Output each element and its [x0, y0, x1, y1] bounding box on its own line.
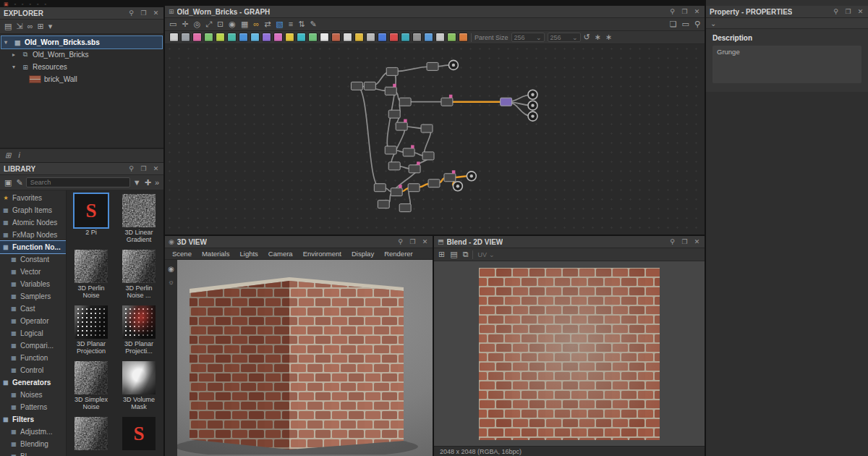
close-icon[interactable]: ✕: [152, 165, 160, 172]
library-item-3d-planar-projecti[interactable]: 3D Planar Projecti...: [119, 305, 159, 355]
node-shortcut-icon-18[interactable]: [378, 33, 387, 42]
preset-a-icon[interactable]: ∗: [595, 33, 601, 41]
node-shortcut-icon-19[interactable]: [389, 33, 399, 42]
library-category-vector[interactable]: ▦Vector: [0, 266, 66, 278]
graph-node[interactable]: [441, 95, 453, 106]
new-package-icon[interactable]: ▫: [14, 1, 16, 7]
graph-node[interactable]: [403, 145, 414, 156]
node-shortcut-icon-25[interactable]: [459, 33, 468, 42]
library-category-control[interactable]: ▦Control: [0, 364, 66, 376]
graph-output-node[interactable]: [528, 101, 537, 110]
tree-item-resources[interactable]: ▾⊞Resources: [1, 61, 162, 73]
library-category-atomic-nodes[interactable]: ▦Atomic Nodes: [0, 216, 66, 229]
graph-canvas[interactable]: [165, 44, 705, 235]
graph-node[interactable]: [427, 62, 438, 70]
edit-filter-icon[interactable]: ✎: [16, 179, 22, 187]
library-item-3d-linear-gradient[interactable]: 3D Linear Gradient: [119, 194, 159, 244]
node-shortcut-icon-4[interactable]: [216, 33, 225, 42]
graph-output-node[interactable]: [467, 172, 476, 181]
save-image-icon[interactable]: ▤: [450, 250, 457, 258]
save-all-icon[interactable]: ▫: [30, 1, 31, 7]
camera-icon[interactable]: ◉: [168, 266, 174, 273]
library-category-blending[interactable]: ▦Blending: [0, 438, 66, 450]
library-item-3d-planar-projection[interactable]: 3D Planar Projection: [71, 305, 111, 355]
node-shortcut-icon-3[interactable]: [204, 33, 213, 42]
tree-item-old-worn-bricks[interactable]: ▸⧉Old_Worn_Bricks: [1, 48, 162, 61]
library-category-adjustm[interactable]: ▦Adjustm...: [0, 426, 66, 438]
library-category-compari[interactable]: ▦Compari...: [0, 339, 66, 352]
library-item-2-pi[interactable]: S2 Pi: [71, 194, 111, 244]
new-resource-icon[interactable]: ⊞: [37, 22, 43, 30]
focus-node-icon[interactable]: ◉: [229, 20, 236, 28]
library-item[interactable]: S: [119, 417, 159, 456]
float-icon[interactable]: ❐: [844, 8, 852, 15]
zoom-icon[interactable]: ◎: [194, 20, 201, 28]
graph-node[interactable]: [388, 162, 400, 170]
pin-note-icon[interactable]: ⚲: [694, 20, 700, 28]
library-item-3d-perlin-noise[interactable]: 3D Perlin Noise ...: [119, 250, 159, 300]
library-category-graph-items[interactable]: ▦Graph Items: [0, 204, 66, 216]
properties-collapse-row[interactable]: ⌄: [706, 18, 868, 29]
graph-node[interactable]: [408, 184, 420, 192]
graph-node[interactable]: [501, 98, 512, 106]
menu-lights[interactable]: Lights: [235, 250, 262, 258]
node-shortcut-icon-9[interactable]: [273, 33, 283, 42]
library-category-bl[interactable]: ▦Bl...: [0, 450, 66, 456]
node-shortcut-icon-13[interactable]: [320, 33, 329, 42]
grid-view-icon[interactable]: ⊞: [5, 152, 11, 159]
library-category-constant[interactable]: ▦Constant: [0, 253, 66, 266]
library-item-3d-perlin-noise[interactable]: 3D Perlin Noise: [71, 250, 111, 300]
graph-node[interactable]: [378, 200, 389, 208]
close-icon[interactable]: ✕: [856, 8, 864, 15]
description-field[interactable]: Grunge: [712, 46, 861, 83]
library-view-icon[interactable]: ▣: [4, 179, 12, 187]
graph-output-node[interactable]: [528, 111, 537, 121]
close-icon[interactable]: ✕: [152, 9, 160, 17]
comment-icon[interactable]: ❏: [670, 20, 677, 28]
graph-output-node[interactable]: [453, 182, 462, 191]
library-category-function[interactable]: ▦Function: [0, 352, 66, 364]
save-icon[interactable]: ▤: [4, 22, 12, 30]
library-category-cast[interactable]: ▦Cast: [0, 303, 66, 315]
close-icon[interactable]: ✕: [693, 238, 701, 245]
menu-environment[interactable]: Environment: [299, 250, 346, 258]
node-shortcut-icon-14[interactable]: [331, 33, 341, 42]
close-icon[interactable]: ✕: [421, 238, 429, 245]
graph-output-node[interactable]: [528, 90, 537, 99]
grid-snap-icon[interactable]: ▦: [241, 20, 248, 28]
graph-node[interactable]: [374, 184, 386, 192]
more-dropdown-icon[interactable]: ▾: [48, 22, 53, 30]
node-shortcut-icon-5[interactable]: [227, 33, 237, 42]
graph-node[interactable]: [428, 180, 440, 187]
graph-node[interactable]: [444, 170, 456, 181]
link-create-icon[interactable]: ∞: [253, 20, 259, 28]
node-shortcut-icon-16[interactable]: [354, 33, 364, 42]
reset-size-icon[interactable]: ↺: [584, 33, 590, 41]
close-icon[interactable]: ✕: [693, 8, 701, 15]
node-shortcut-icon-7[interactable]: [250, 33, 260, 42]
fit-view-icon[interactable]: ⤢: [205, 20, 212, 28]
node-shortcut-icon-24[interactable]: [447, 33, 456, 42]
float-icon[interactable]: ❐: [681, 8, 689, 15]
library-item[interactable]: [71, 417, 111, 456]
select-tool-icon[interactable]: ▭: [169, 20, 176, 28]
float-icon[interactable]: ❐: [681, 238, 689, 245]
library-search-input[interactable]: [26, 177, 130, 187]
graph-node[interactable]: [385, 84, 396, 95]
export-image-icon[interactable]: ⊞: [438, 250, 445, 258]
menu-scene[interactable]: Scene: [168, 250, 196, 258]
app-menu-icon[interactable]: ▣: [4, 1, 9, 7]
graph-node[interactable]: [388, 110, 400, 118]
copy-image-icon[interactable]: ⧉: [463, 250, 469, 258]
light-icon[interactable]: ☼: [168, 279, 174, 286]
float-icon[interactable]: ❐: [140, 165, 148, 172]
library-category-variables[interactable]: ▦Variables: [0, 278, 66, 290]
library-category-noises[interactable]: ▦Noises: [0, 389, 66, 401]
graph-node[interactable]: [399, 98, 411, 106]
view2d-viewport[interactable]: [434, 261, 705, 446]
node-shortcut-icon-2[interactable]: [192, 33, 202, 42]
menu-camera[interactable]: Camera: [264, 250, 297, 258]
material-mode-icon[interactable]: ▧: [276, 20, 283, 28]
node-shortcut-icon-15[interactable]: [343, 33, 352, 42]
info-icon[interactable]: i: [18, 152, 20, 159]
